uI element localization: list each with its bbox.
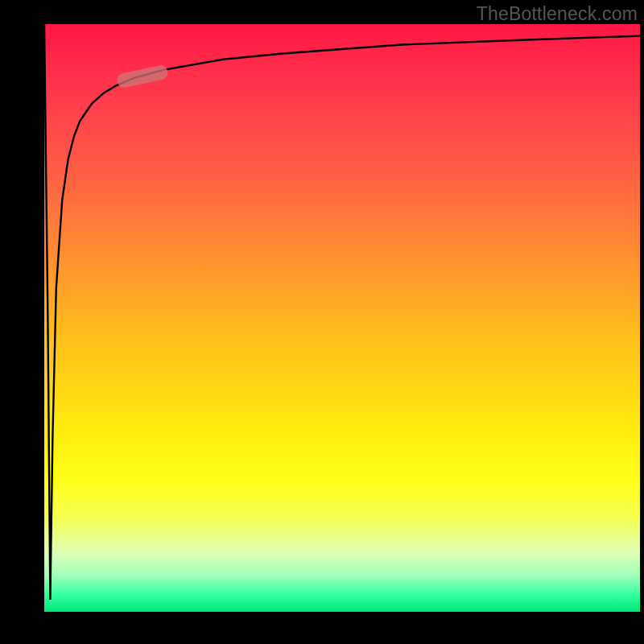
chart-frame: TheBottleneck.com xyxy=(0,0,644,644)
bottleneck-curve xyxy=(44,24,640,600)
plot-area xyxy=(44,24,640,612)
curve-layer xyxy=(44,24,640,612)
watermark-text: TheBottleneck.com xyxy=(477,3,638,25)
